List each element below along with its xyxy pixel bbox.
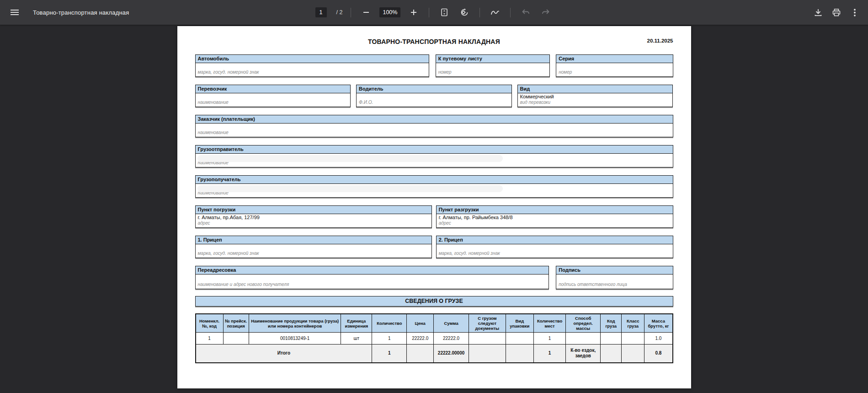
field-punkt-razgruzki: Пункт разгрузки г. Алматы, пр. Райымбека… [436, 205, 673, 228]
page-number-input[interactable] [315, 7, 327, 17]
field-value: Коммерческий [520, 94, 671, 100]
form-row: Грузополучатель наименование [195, 175, 673, 198]
field-placeholder: подпись ответственного лица [559, 282, 670, 287]
menu-button[interactable] [8, 5, 21, 19]
field-input-seriya[interactable]: номер [556, 63, 672, 76]
rotate-button[interactable] [458, 5, 471, 19]
field-label: Подпись [556, 266, 672, 275]
fit-to-page-button[interactable] [437, 5, 451, 19]
column-header: Масса брутто, кг [644, 314, 673, 333]
field-input-gruzootpravitel[interactable]: наименование [196, 154, 673, 167]
more-options-button[interactable] [848, 5, 862, 19]
plus-icon [410, 9, 417, 16]
field-input-vid[interactable]: Коммерческий вид перевозки [518, 93, 673, 107]
table-cell: 22222.0 [407, 333, 433, 345]
table-cell: 1.0 [644, 333, 673, 345]
field-input-zakazchik[interactable]: наименование [196, 124, 673, 137]
column-header: Номенкл. №, код [196, 314, 224, 333]
field-input-voditel[interactable]: Ф.И.О. [357, 93, 511, 107]
undo-button[interactable] [519, 5, 533, 19]
field-placeholder: наименование [198, 100, 348, 105]
field-label: Серия [556, 55, 672, 63]
total-label: Итого [196, 345, 372, 363]
hamburger-icon [11, 9, 19, 16]
field-avtomobil: Автомобиль марка, госуд. номерной знак [195, 54, 430, 77]
field-putevoy-list: К путевому листу номер [436, 54, 550, 77]
table-cell: шт [341, 333, 372, 345]
total-cell: К-во ездок, заедов [566, 345, 601, 363]
field-input-gruzopoluchatel[interactable]: наименование [196, 184, 673, 197]
field-voditel: Водитель Ф.И.О. [356, 85, 512, 107]
column-header: Способ определ. массы [566, 314, 601, 333]
field-placeholder: номер [438, 70, 547, 75]
column-header: Класс груза [622, 314, 644, 333]
print-button[interactable] [830, 5, 843, 19]
form-row: Переадресовка наименование и адрес новог… [195, 266, 673, 289]
form-row: 1. Прицеп марка, госуд. номерной знак 2.… [195, 236, 673, 258]
field-punkt-pogruzki: Пункт погрузки г. Алматы, пр.Абая, 127/9… [195, 205, 432, 228]
download-icon [815, 9, 822, 16]
column-header: Количество [372, 314, 407, 333]
field-label: Пункт разгрузки [437, 206, 673, 214]
table-cell [469, 333, 506, 345]
field-input-podpis[interactable]: подпись ответственного лица [556, 275, 672, 289]
pdf-page: ТОВАРНО-ТРАНСПОРТНАЯ НАКЛАДНАЯ 20.11.202… [177, 26, 691, 388]
form-row: Заказчик (плательщик) наименование [195, 115, 673, 137]
pdf-viewer-scroll-area[interactable]: ТОВАРНО-ТРАНСПОРТНАЯ НАКЛАДНАЯ 20.11.202… [0, 25, 868, 393]
toolbar-separator [351, 8, 351, 17]
redacted-value-strip [197, 185, 503, 192]
field-input-pricep-2[interactable]: марка, госуд. номерной знак [437, 244, 673, 258]
field-input-punkt-razgruzki[interactable]: г. Алматы, пр. Райымбека 348/8 адрес [437, 214, 673, 227]
download-button[interactable] [811, 5, 825, 19]
cargo-section-banner: СВЕДЕНИЯ О ГРУЗЕ [195, 296, 673, 307]
field-input-punkt-pogruzki[interactable]: г. Алматы, пр.Абая, 127/99 адрес [196, 214, 432, 227]
total-cell: 22222.00000 [433, 345, 469, 363]
field-input-perevozchik[interactable]: наименование [196, 93, 351, 107]
column-header: № прейск. позиция [223, 314, 249, 333]
field-input-avtomobil[interactable]: марка, госуд. номерной знак [196, 63, 429, 76]
document-title-toolbar: Товарно-транспортная накладная [33, 9, 129, 16]
field-input-pereadresovka[interactable]: наименование и адрес нового получателя [196, 275, 548, 289]
table-cell: 22222.0 [433, 333, 469, 345]
draw-squiggle-icon [490, 9, 500, 16]
field-label: К путевому листу [436, 55, 549, 63]
waybill-date: 20.11.2025 [647, 38, 673, 43]
field-label: Грузоотправитель [196, 145, 673, 154]
fit-page-icon [441, 8, 448, 16]
column-header: Наименование продукции товара (груза) ил… [249, 314, 341, 333]
undo-icon [522, 9, 530, 16]
field-label: Перевозчик [196, 85, 351, 93]
table-cell: 1 [534, 333, 566, 345]
column-header: Единица измерения [341, 314, 372, 333]
cargo-table-row: 1 0010813249-1 шт 1 22222.0 22222.0 1 1.… [196, 333, 673, 345]
rotate-icon [460, 8, 469, 16]
zoom-level-field[interactable]: 100% [379, 7, 400, 17]
draw-annotate-button[interactable] [488, 5, 502, 19]
table-cell [566, 333, 601, 345]
table-cell: 0010813249-1 [249, 333, 341, 345]
column-header: Сумма [433, 314, 469, 333]
page-count-label: / 2 [336, 9, 343, 16]
field-placeholder: адрес [198, 221, 430, 226]
redo-icon [542, 9, 550, 16]
total-cell [601, 345, 622, 363]
kebab-menu-icon [854, 9, 856, 16]
field-label: Заказчик (плательщик) [196, 115, 673, 124]
waybill-title: ТОВАРНО-ТРАНСПОРТНАЯ НАКЛАДНАЯ [195, 38, 673, 45]
field-label: Грузополучатель [196, 176, 673, 184]
zoom-in-button[interactable] [407, 5, 421, 19]
field-pricep-1: 1. Прицеп марка, госуд. номерной знак [195, 236, 432, 258]
field-input-putevoy-list[interactable]: номер [436, 63, 549, 76]
total-cell: 1 [372, 345, 407, 363]
field-label: Пункт погрузки [196, 206, 432, 214]
column-header: Вид упаковки [506, 314, 534, 333]
total-cell [469, 345, 506, 363]
column-header: Код груза [601, 314, 622, 333]
redo-button[interactable] [539, 5, 553, 19]
table-cell: 1 [196, 333, 224, 345]
field-podpis: Подпись подпись ответственного лица [556, 266, 673, 289]
field-perevozchik: Перевозчик наименование [195, 85, 351, 107]
field-input-pricep-1[interactable]: марка, госуд. номерной знак [196, 244, 432, 258]
zoom-out-button[interactable] [359, 5, 373, 19]
total-cell: 0.8 [644, 345, 673, 363]
